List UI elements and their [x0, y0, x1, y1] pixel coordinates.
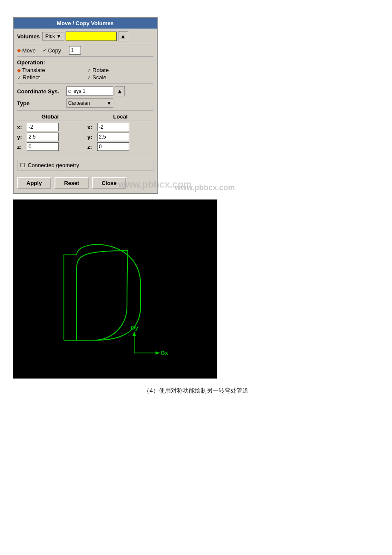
local-x-label: x: — [87, 124, 96, 130]
connected-geometry-label: Connected geometry — [28, 162, 79, 168]
global-header: Global — [17, 113, 83, 121]
volumes-label: Volumes — [17, 33, 40, 40]
rotate-radio[interactable]: ✓ Rotate — [87, 67, 147, 73]
operation-section: Operation: ◆ Translate ✓ Rotate ✓ Reflec — [17, 59, 153, 84]
close-button[interactable]: Close — [92, 177, 126, 189]
move-radio[interactable]: ◆ Move — [17, 47, 36, 54]
translate-radio[interactable]: ◆ Translate — [17, 67, 77, 73]
coord-sys-input[interactable] — [66, 87, 113, 96]
apply-button[interactable]: Apply — [17, 177, 51, 189]
coord-sys-label: Coordinate Sys. — [17, 88, 64, 95]
type-select[interactable]: Cartesian ▼ — [66, 98, 113, 108]
reset-button[interactable]: Reset — [55, 177, 89, 189]
translate-label: Translate — [22, 67, 45, 73]
upload-icon: ▲ — [120, 33, 126, 40]
coord-upload-button[interactable]: ▲ — [115, 86, 125, 96]
local-z-row: z: — [87, 142, 153, 151]
reflect-radio[interactable]: ✓ Reflect — [17, 74, 77, 81]
local-y-label: y: — [87, 134, 96, 140]
local-y-input[interactable] — [97, 133, 129, 141]
reflect-label: Reflect — [23, 74, 40, 81]
local-x-input[interactable] — [97, 123, 129, 131]
global-y-row: y: — [17, 133, 83, 141]
watermark-text: www.pbbcx.com — [175, 183, 235, 192]
copy-number-input[interactable] — [69, 46, 81, 55]
copy-radio[interactable]: ✓ Copy — [43, 47, 61, 54]
rotate-label: Rotate — [92, 67, 109, 73]
connected-geometry-row: ☐ Connected geometry — [17, 160, 153, 171]
operation-label: Operation: — [17, 59, 153, 66]
dialog-panel: Move / Copy Volumes Volumes Pick ▼ ▲ — [13, 17, 158, 194]
upload-button[interactable]: ▲ — [118, 31, 128, 41]
global-section: Global x: y: z: — [17, 113, 83, 152]
buttons-row: Apply Reset Close — [17, 177, 153, 189]
global-z-row: z: — [17, 142, 83, 151]
global-x-row: x: — [17, 123, 83, 131]
caption: （4）使用对称功能绘制另一转弯处管道 — [13, 387, 379, 395]
local-x-row: x: — [87, 123, 153, 131]
type-arrow-icon: ▼ — [107, 100, 112, 106]
local-header: Local — [87, 113, 153, 121]
scale-check-icon: ✓ — [87, 75, 91, 81]
type-label: Type — [17, 100, 64, 107]
connected-checkbox-icon[interactable]: ☐ — [20, 162, 25, 168]
global-local-container: Global x: y: z: — [17, 113, 153, 152]
translate-diamond-icon: ◆ — [17, 67, 21, 73]
move-copy-row: ◆ Move ✓ Copy — [17, 44, 153, 57]
coord-sys-row: Coordinate Sys. ▲ — [17, 86, 153, 96]
dialog-body: Volumes Pick ▼ ▲ ◆ Move — [14, 29, 157, 193]
type-row: Type Cartesian ▼ — [17, 98, 153, 111]
local-y-row: y: — [87, 133, 153, 141]
move-label: Move — [22, 47, 36, 54]
move-diamond-icon: ◆ — [17, 47, 21, 53]
global-x-input[interactable] — [27, 123, 59, 131]
operation-grid: ◆ Translate ✓ Rotate ✓ Reflect ✓ — [17, 67, 153, 84]
pick-button[interactable]: Pick ▼ — [42, 32, 64, 40]
viewport-canvas — [13, 199, 217, 379]
global-y-input[interactable] — [27, 133, 59, 141]
copy-check-icon: ✓ — [43, 47, 47, 53]
local-z-input[interactable] — [97, 142, 129, 151]
reflect-check-icon: ✓ — [17, 75, 21, 81]
canvas-area — [13, 199, 217, 379]
volumes-row: Volumes Pick ▼ ▲ — [17, 31, 153, 41]
coord-upload-icon: ▲ — [117, 88, 123, 95]
scale-radio[interactable]: ✓ Scale — [87, 74, 147, 81]
dialog-title: Move / Copy Volumes — [14, 18, 157, 29]
pick-label: Pick — [45, 33, 55, 39]
local-z-label: z: — [87, 144, 96, 150]
scale-label: Scale — [92, 74, 107, 81]
local-section: Local x: y: z: — [87, 113, 153, 152]
rotate-check-icon: ✓ — [87, 67, 91, 73]
global-x-label: x: — [17, 124, 26, 130]
global-y-label: y: — [17, 134, 26, 140]
type-value: Cartesian — [68, 100, 90, 106]
global-z-input[interactable] — [27, 142, 59, 151]
volumes-input[interactable] — [66, 32, 117, 41]
global-z-label: z: — [17, 144, 26, 150]
pick-arrow-icon: ▼ — [56, 33, 61, 39]
main-container: Move / Copy Volumes Volumes Pick ▼ ▲ — [13, 17, 379, 395]
copy-label: Copy — [48, 47, 61, 54]
